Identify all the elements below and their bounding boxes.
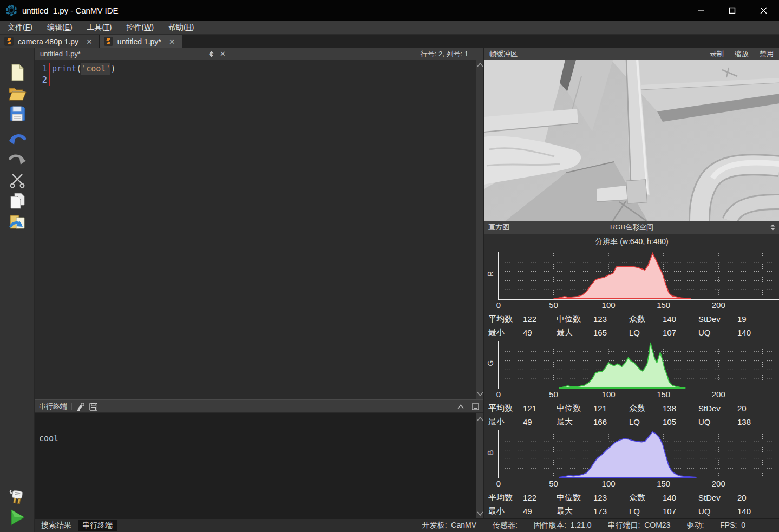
menu-item[interactable]: 控件(W)	[127, 23, 154, 32]
paste-button[interactable]	[8, 213, 27, 231]
new-file-icon	[10, 64, 25, 81]
stat-value: 105	[663, 417, 698, 426]
x-tick-label: 50	[549, 479, 558, 488]
code-line[interactable]: 2	[35, 75, 476, 86]
menu-item[interactable]: 文件(F)	[8, 23, 32, 32]
file-tab-bar: camera 480p 1.py✕untitled 1.py*✕	[0, 35, 779, 48]
cursor-position: 行号: 2, 列号: 1	[421, 49, 479, 59]
save-terminal-icon[interactable]	[89, 403, 97, 411]
file-tab[interactable]: camera 480p 1.py✕	[0, 35, 100, 48]
resolution-label: 分辨率 (w:640, h:480)	[484, 234, 779, 250]
stat-value: 166	[593, 417, 629, 426]
stat-label: 中位数	[557, 403, 593, 413]
scroll-down-icon[interactable]	[477, 391, 483, 397]
status-bar: 搜索结果串行终端 开发板: CanMV传感器:固件版本: 1.21.0串行端口:…	[35, 518, 779, 532]
record-button[interactable]: 录制	[710, 49, 724, 59]
file-tab[interactable]: untitled 1.py*✕	[100, 35, 182, 48]
channel-label: R	[486, 268, 495, 279]
stat-value: 20	[737, 404, 779, 413]
line-number: 2	[35, 75, 49, 86]
stat-label: 众数	[629, 492, 663, 503]
app-logo-icon	[5, 4, 17, 16]
tab-close-icon[interactable]: ✕	[86, 37, 93, 46]
stat-value: 138	[663, 404, 698, 413]
file-tab-label: camera 480p 1.py	[18, 37, 78, 46]
scroll-up-icon[interactable]	[477, 416, 483, 422]
open-file-button[interactable]	[8, 84, 27, 102]
stat-label: UQ	[698, 417, 737, 426]
stat-label: 中位数	[557, 492, 593, 503]
editor-scrollbar[interactable]	[476, 60, 483, 399]
code-token: (	[76, 63, 81, 75]
scroll-up-icon[interactable]	[477, 62, 483, 68]
stat-value: 49	[523, 507, 557, 516]
histogram-header: 直方图 RGB色彩空间	[484, 221, 779, 234]
histogram-channel: B 050100150200 平均数122中位数123众数140StDev20最…	[484, 429, 779, 518]
stat-value: 173	[593, 507, 629, 516]
stat-value: 123	[593, 493, 629, 502]
x-tick-label: 150	[657, 300, 670, 310]
stat-value: 19	[737, 314, 779, 324]
tab-close-icon[interactable]: ✕	[169, 37, 175, 46]
code-editor[interactable]: 1print('cool')2	[35, 60, 476, 399]
file-spinner-icon[interactable]	[209, 50, 214, 58]
terminal-output[interactable]: cool	[35, 413, 476, 518]
editor-file-title: untitled 1.py*	[40, 50, 81, 58]
menu-item[interactable]: 编辑(E)	[47, 23, 73, 32]
maximize-button[interactable]	[716, 0, 748, 21]
editor-close-icon[interactable]: ✕	[220, 50, 226, 58]
run-button[interactable]	[8, 508, 27, 527]
search-results-tab[interactable]: 搜索结果	[37, 520, 76, 531]
channel-stats: 平均数121中位数121众数138StDev20最小49最大166LQ105UQ…	[488, 402, 779, 429]
new-file-button[interactable]	[8, 63, 27, 82]
channel-x-axis-labels: 050100150200	[484, 390, 779, 400]
driver-field: 驱动:	[686, 521, 704, 530]
serial-terminal-tab[interactable]: 串行终端	[78, 520, 117, 531]
stat-label: 平均数	[488, 403, 523, 413]
stat-value: 122	[523, 314, 557, 324]
save-button[interactable]	[8, 104, 27, 123]
clear-terminal-icon[interactable]	[76, 403, 85, 411]
menu-item[interactable]: 工具(T)	[87, 23, 112, 32]
channel-plot	[498, 429, 779, 479]
channel-label: B	[486, 447, 495, 458]
x-tick-label: 200	[712, 300, 725, 310]
channel-x-axis-labels: 050100150200	[484, 479, 779, 490]
stat-label: 平均数	[488, 492, 523, 503]
collapse-terminal-icon[interactable]	[457, 404, 464, 409]
stat-label: StDev	[698, 314, 737, 324]
colorspace-spinner-icon[interactable]	[770, 224, 775, 231]
minimize-button[interactable]	[685, 0, 716, 21]
cut-button[interactable]	[8, 171, 27, 189]
stat-label: 平均数	[488, 314, 523, 324]
copy-button[interactable]	[8, 192, 27, 210]
zoom-button[interactable]: 缩放	[735, 49, 749, 59]
detach-terminal-icon[interactable]	[472, 403, 479, 410]
channel-label: G	[486, 358, 495, 369]
menu-item[interactable]: 帮助(H)	[168, 23, 194, 32]
code-token: print	[52, 63, 76, 75]
x-tick-label: 150	[657, 390, 670, 399]
redo-button[interactable]	[8, 150, 27, 169]
undo-button[interactable]	[8, 130, 27, 149]
window-title: untitled_1.py - CanMV IDE	[22, 6, 119, 15]
frame-buffer-panel: 帧缓冲区 录制缩放禁用	[483, 48, 779, 518]
stat-label: StDev	[698, 404, 737, 413]
editor-header: untitled 1.py* ⯅ ✕ 行号: 2, 列号: 1	[35, 48, 483, 60]
script-icon	[4, 37, 14, 46]
stat-label: 众数	[629, 314, 663, 324]
channel-plot	[498, 250, 779, 300]
connect-button[interactable]	[8, 488, 27, 506]
stat-value: 122	[523, 493, 557, 502]
scroll-down-icon[interactable]	[477, 511, 483, 516]
code-line[interactable]: 1print('cool')	[35, 63, 476, 75]
stat-value: 165	[593, 328, 629, 337]
terminal-scrollbar[interactable]	[476, 413, 483, 518]
script-icon	[104, 37, 113, 46]
close-button[interactable]	[748, 0, 779, 21]
colorspace-select[interactable]: RGB色彩空间	[484, 222, 779, 232]
title-bar: untitled_1.py - CanMV IDE	[0, 0, 779, 21]
editor-pane: untitled 1.py* ⯅ ✕ 行号: 2, 列号: 1 1print('…	[35, 48, 483, 399]
disable-button[interactable]: 禁用	[760, 49, 774, 59]
stat-value: 140	[737, 328, 779, 337]
